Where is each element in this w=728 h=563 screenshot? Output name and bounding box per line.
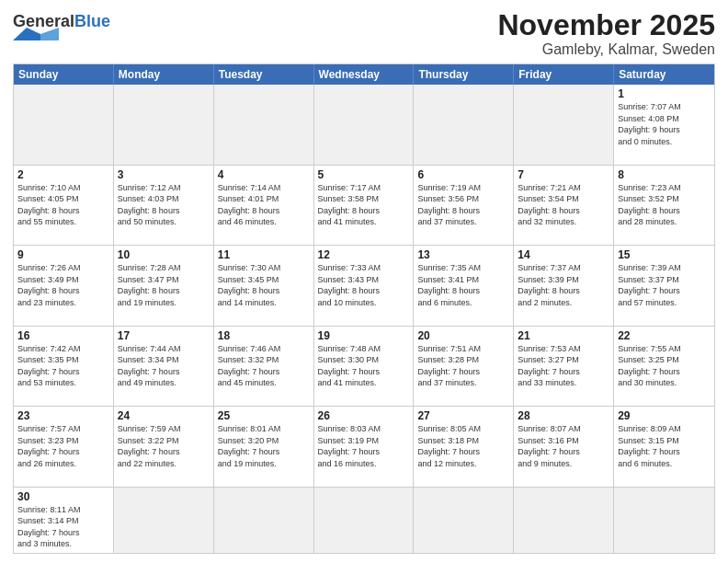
weekday-header: Wednesday (314, 64, 415, 85)
day-number: 28 (518, 409, 609, 422)
cell-info: Sunrise: 8:07 AM Sunset: 3:16 PM Dayligh… (518, 423, 609, 469)
calendar-row: 2Sunrise: 7:10 AM Sunset: 4:05 PM Daylig… (14, 165, 714, 245)
day-number: 4 (218, 168, 310, 181)
day-number: 23 (17, 409, 109, 422)
title-block: November 2025 Gamleby, Kalmar, Sweden (497, 9, 715, 58)
day-number: 18 (218, 329, 310, 342)
calendar-cell: 18Sunrise: 7:46 AM Sunset: 3:32 PM Dayli… (214, 327, 314, 406)
cell-info: Sunrise: 7:57 AM Sunset: 3:23 PM Dayligh… (17, 423, 109, 469)
day-number: 25 (218, 409, 310, 422)
calendar-cell: 21Sunrise: 7:53 AM Sunset: 3:27 PM Dayli… (514, 327, 614, 406)
cell-info: Sunrise: 7:53 AM Sunset: 3:27 PM Dayligh… (518, 343, 609, 389)
cell-info: Sunrise: 7:59 AM Sunset: 3:22 PM Dayligh… (118, 423, 210, 469)
day-number: 21 (518, 329, 609, 342)
weekday-header: Saturday (614, 64, 714, 85)
calendar-cell: 30Sunrise: 8:11 AM Sunset: 3:14 PM Dayli… (14, 488, 114, 553)
cell-info: Sunrise: 8:03 AM Sunset: 3:19 PM Dayligh… (318, 423, 410, 469)
calendar-cell: 17Sunrise: 7:44 AM Sunset: 3:34 PM Dayli… (114, 327, 214, 406)
calendar-cell: 14Sunrise: 7:37 AM Sunset: 3:39 PM Dayli… (514, 246, 614, 325)
calendar-row: 1Sunrise: 7:07 AM Sunset: 4:08 PM Daylig… (14, 85, 714, 164)
calendar-body: 1Sunrise: 7:07 AM Sunset: 4:08 PM Daylig… (14, 85, 714, 553)
subtitle: Gamleby, Kalmar, Sweden (497, 41, 715, 58)
calendar-cell (414, 85, 514, 164)
calendar-cell: 2Sunrise: 7:10 AM Sunset: 4:05 PM Daylig… (14, 166, 114, 245)
cell-info: Sunrise: 8:01 AM Sunset: 3:20 PM Dayligh… (218, 423, 310, 469)
logo: GeneralBlue (13, 13, 110, 44)
day-number: 12 (318, 248, 410, 261)
calendar-cell (514, 488, 614, 553)
cell-info: Sunrise: 7:10 AM Sunset: 4:05 PM Dayligh… (17, 182, 109, 228)
calendar-cell: 16Sunrise: 7:42 AM Sunset: 3:35 PM Dayli… (14, 327, 114, 406)
calendar-cell: 24Sunrise: 7:59 AM Sunset: 3:22 PM Dayli… (114, 407, 214, 486)
calendar-cell: 9Sunrise: 7:26 AM Sunset: 3:49 PM Daylig… (14, 246, 114, 325)
cell-info: Sunrise: 7:17 AM Sunset: 3:58 PM Dayligh… (318, 182, 410, 228)
svg-marker-1 (40, 28, 59, 40)
cell-info: Sunrise: 7:48 AM Sunset: 3:30 PM Dayligh… (318, 343, 410, 389)
calendar-header: SundayMondayTuesdayWednesdayThursdayFrid… (14, 64, 714, 85)
calendar-cell (114, 85, 214, 164)
calendar-cell (614, 488, 714, 553)
day-number: 24 (118, 409, 210, 422)
calendar-cell (414, 488, 514, 553)
calendar-cell (314, 488, 415, 553)
calendar-cell: 25Sunrise: 8:01 AM Sunset: 3:20 PM Dayli… (214, 407, 314, 486)
day-number: 15 (618, 248, 711, 261)
calendar-cell: 29Sunrise: 8:09 AM Sunset: 3:15 PM Dayli… (614, 407, 714, 486)
calendar-cell: 15Sunrise: 7:39 AM Sunset: 3:37 PM Dayli… (614, 246, 714, 325)
cell-info: Sunrise: 7:44 AM Sunset: 3:34 PM Dayligh… (118, 343, 210, 389)
cell-info: Sunrise: 8:11 AM Sunset: 3:14 PM Dayligh… (17, 504, 109, 550)
cell-info: Sunrise: 7:28 AM Sunset: 3:47 PM Dayligh… (118, 262, 210, 308)
day-number: 7 (518, 168, 609, 181)
calendar-cell (214, 85, 314, 164)
calendar-cell: 5Sunrise: 7:17 AM Sunset: 3:58 PM Daylig… (314, 166, 415, 245)
day-number: 30 (17, 490, 109, 503)
day-number: 29 (618, 409, 711, 422)
calendar-cell (514, 85, 614, 164)
calendar-cell: 19Sunrise: 7:48 AM Sunset: 3:30 PM Dayli… (314, 327, 415, 406)
day-number: 5 (318, 168, 410, 181)
weekday-header: Tuesday (214, 64, 314, 85)
calendar-cell: 10Sunrise: 7:28 AM Sunset: 3:47 PM Dayli… (114, 246, 214, 325)
cell-info: Sunrise: 7:35 AM Sunset: 3:41 PM Dayligh… (417, 262, 509, 308)
cell-info: Sunrise: 8:05 AM Sunset: 3:18 PM Dayligh… (417, 423, 509, 469)
cell-info: Sunrise: 7:19 AM Sunset: 3:56 PM Dayligh… (417, 182, 509, 228)
cell-info: Sunrise: 7:21 AM Sunset: 3:54 PM Dayligh… (518, 182, 609, 228)
calendar-cell: 3Sunrise: 7:12 AM Sunset: 4:03 PM Daylig… (114, 166, 214, 245)
calendar-cell: 7Sunrise: 7:21 AM Sunset: 3:54 PM Daylig… (514, 166, 614, 245)
svg-marker-0 (13, 28, 40, 40)
weekday-header: Thursday (414, 64, 514, 85)
weekday-header: Sunday (14, 64, 114, 85)
cell-info: Sunrise: 7:42 AM Sunset: 3:35 PM Dayligh… (17, 343, 109, 389)
day-number: 19 (318, 329, 410, 342)
calendar-cell: 4Sunrise: 7:14 AM Sunset: 4:01 PM Daylig… (214, 166, 314, 245)
calendar-cell: 11Sunrise: 7:30 AM Sunset: 3:45 PM Dayli… (214, 246, 314, 325)
calendar-cell: 20Sunrise: 7:51 AM Sunset: 3:28 PM Dayli… (414, 327, 514, 406)
weekday-header: Friday (514, 64, 614, 85)
cell-info: Sunrise: 7:14 AM Sunset: 4:01 PM Dayligh… (218, 182, 310, 228)
calendar-row: 30Sunrise: 8:11 AM Sunset: 3:14 PM Dayli… (14, 487, 714, 553)
calendar-row: 9Sunrise: 7:26 AM Sunset: 3:49 PM Daylig… (14, 245, 714, 325)
cell-info: Sunrise: 8:09 AM Sunset: 3:15 PM Dayligh… (618, 423, 711, 469)
day-number: 2 (17, 168, 109, 181)
calendar-cell: 12Sunrise: 7:33 AM Sunset: 3:43 PM Dayli… (314, 246, 415, 325)
cell-info: Sunrise: 7:30 AM Sunset: 3:45 PM Dayligh… (218, 262, 310, 308)
calendar-cell: 22Sunrise: 7:55 AM Sunset: 3:25 PM Dayli… (614, 327, 714, 406)
day-number: 8 (618, 168, 711, 181)
cell-info: Sunrise: 7:26 AM Sunset: 3:49 PM Dayligh… (17, 262, 109, 308)
header: GeneralBlue November 2025 Gamleby, Kalma… (13, 9, 715, 58)
day-number: 11 (218, 248, 310, 261)
day-number: 3 (118, 168, 210, 181)
cell-info: Sunrise: 7:12 AM Sunset: 4:03 PM Dayligh… (118, 182, 210, 228)
cell-info: Sunrise: 7:55 AM Sunset: 3:25 PM Dayligh… (618, 343, 711, 389)
calendar-cell: 1Sunrise: 7:07 AM Sunset: 4:08 PM Daylig… (614, 85, 714, 164)
day-number: 17 (118, 329, 210, 342)
calendar-cell (114, 488, 214, 553)
day-number: 6 (417, 168, 509, 181)
calendar-cell: 27Sunrise: 8:05 AM Sunset: 3:18 PM Dayli… (414, 407, 514, 486)
calendar-cell: 6Sunrise: 7:19 AM Sunset: 3:56 PM Daylig… (414, 166, 514, 245)
cell-info: Sunrise: 7:37 AM Sunset: 3:39 PM Dayligh… (518, 262, 609, 308)
cell-info: Sunrise: 7:33 AM Sunset: 3:43 PM Dayligh… (318, 262, 410, 308)
day-number: 9 (17, 248, 109, 261)
day-number: 26 (318, 409, 410, 422)
cell-info: Sunrise: 7:39 AM Sunset: 3:37 PM Dayligh… (618, 262, 711, 308)
